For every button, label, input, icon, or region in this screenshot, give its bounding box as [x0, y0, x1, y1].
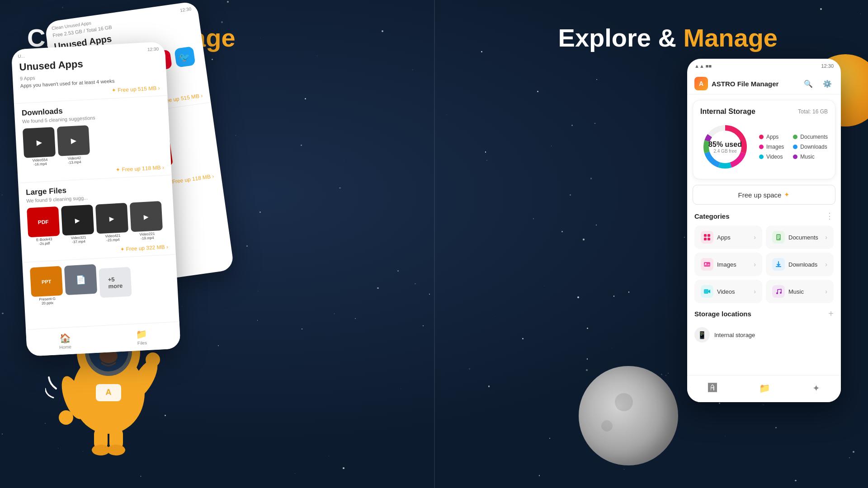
- fp-nav-files-label: Files: [137, 340, 147, 346]
- rp-nav-folder-icon: 📁: [759, 383, 770, 394]
- rp-nav-sparkle[interactable]: ✦: [812, 383, 820, 394]
- settings-icon[interactable]: ⚙️: [821, 77, 834, 90]
- donut-center: 85% used 2.4 GB free: [700, 122, 750, 172]
- legend-dl-label: Downloads: [800, 144, 827, 150]
- bp-time: 12:30: [180, 6, 192, 13]
- free-up-space-label: Free up space: [738, 191, 782, 199]
- fp-nav-files[interactable]: 📁 Files: [136, 328, 148, 346]
- svg-text:A: A: [106, 388, 112, 397]
- fp-status-left: U...: [18, 53, 25, 59]
- category-music-icon: [772, 285, 785, 298]
- legend-images-dot: [759, 145, 764, 149]
- rp-status-bar: ▲▲ ■■ 12:30: [687, 59, 841, 70]
- svg-point-14: [107, 445, 125, 455]
- legend-dl-dot: [793, 145, 797, 149]
- rp-nav-folder[interactable]: 📁: [759, 383, 770, 394]
- svg-point-35: [776, 292, 778, 294]
- category-images[interactable]: Images ›: [694, 253, 762, 276]
- legend-downloads: Downloads: [793, 144, 828, 150]
- storage-card: Internal Storage Total: 16 GB: [693, 100, 835, 179]
- category-images-chevron: ›: [754, 261, 756, 268]
- free-up-space-button[interactable]: Free up space ✦: [693, 185, 835, 205]
- legend-images-label: Images: [766, 144, 784, 150]
- legend-music-label: Music: [800, 154, 814, 160]
- category-videos[interactable]: Videos ›: [694, 280, 762, 303]
- rp-signal: ▲▲ ■■: [694, 63, 712, 69]
- search-icon[interactable]: 🔍: [802, 77, 815, 90]
- svg-point-10: [146, 352, 160, 367]
- category-apps-chevron: ›: [754, 234, 756, 241]
- fp-lf-1: PDF E-Book43-2s.pdf: [27, 206, 60, 247]
- rp-nav-sparkle-icon: ✦: [812, 383, 820, 394]
- fp-mf-2: 📄: [64, 264, 98, 305]
- storage-locations: Storage locations + 📱 Internal storage: [687, 305, 841, 348]
- categories-header: Categories ⋮: [694, 211, 834, 221]
- svg-rect-24: [708, 234, 710, 237]
- svg-rect-23: [704, 234, 707, 237]
- category-videos-left: Videos: [701, 285, 735, 298]
- legend-vid-label: Videos: [766, 154, 783, 160]
- fp-file-1: ▶ Video554-16.mp4: [23, 127, 56, 167]
- fp-mf-1: PPT Present-G20.pptx: [30, 266, 63, 306]
- legend-docs-dot: [793, 135, 797, 139]
- fp-lf-3: ▶ Video421-23.mp4: [95, 203, 129, 243]
- donut-chart: 85% used 2.4 GB free: [700, 122, 750, 172]
- svg-rect-34: [704, 289, 708, 294]
- right-phone: ▲▲ ■■ 12:30 A ASTRO File Manager 🔍 ⚙️ In…: [687, 59, 841, 402]
- legend-images: Images: [759, 144, 786, 150]
- internal-storage-name: Internal storage: [714, 332, 755, 338]
- add-storage-icon[interactable]: +: [828, 309, 834, 319]
- category-documents-icon: [772, 231, 785, 244]
- sparkle-icon: ✦: [784, 191, 790, 199]
- category-apps-left: Apps: [701, 231, 731, 244]
- category-dl-chevron: ›: [825, 261, 827, 268]
- rp-nav-astro[interactable]: 🅰: [708, 383, 717, 393]
- rp-header: A ASTRO File Manager 🔍 ⚙️: [687, 70, 841, 94]
- category-apps-name: Apps: [717, 234, 731, 241]
- fp-lf-2: ▶ Video321-37.mp4: [61, 205, 94, 245]
- svg-rect-26: [708, 238, 710, 240]
- legend-docs-label: Documents: [800, 134, 828, 140]
- legend-apps-label: Apps: [766, 134, 778, 140]
- category-downloads-left: Downloads: [772, 258, 817, 271]
- categories-title: Categories: [694, 212, 730, 220]
- storage-legend: Apps Documents Images Downloads Videos: [759, 134, 828, 160]
- category-videos-icon: [701, 285, 713, 298]
- storage-title: Internal Storage: [700, 108, 755, 116]
- internal-storage-item[interactable]: 📱 Internal storage: [694, 324, 834, 346]
- category-documents[interactable]: Documents ›: [766, 225, 834, 249]
- category-downloads-name: Downloads: [788, 261, 817, 268]
- fp-file-thumbnails: ▶ Video554-16.mp4 ▶ Video42-13.mp4: [15, 118, 171, 170]
- app-icon-twitter: 🐦: [174, 46, 195, 67]
- internal-storage-icon: 📱: [694, 327, 710, 343]
- category-apps[interactable]: Apps ›: [694, 225, 762, 249]
- fp-large-files: PDF E-Book43-2s.pdf ▶ Video321-37.mp4 ▶ …: [19, 198, 175, 250]
- category-images-name: Images: [717, 261, 736, 268]
- categories-section: Categories ⋮ Apps ›: [687, 207, 841, 305]
- legend-music-dot: [793, 155, 797, 159]
- rp-bottom-nav: 🅰 📁 ✦: [687, 375, 841, 402]
- category-music-left: Music: [772, 285, 804, 298]
- svg-rect-31: [704, 262, 710, 267]
- fp-lf-4: ▶ Video221-19.mp4: [130, 201, 163, 241]
- legend-apps-dot: [759, 135, 764, 139]
- storage-card-header: Internal Storage Total: 16 GB: [700, 108, 828, 116]
- rp-app-name: ASTRO File Manager: [712, 80, 802, 88]
- donut-percent: 85% used: [708, 141, 742, 149]
- category-music-chevron: ›: [825, 288, 827, 295]
- storage-total: Total: 16 GB: [798, 108, 828, 115]
- category-images-icon: [701, 258, 713, 271]
- legend-vid-dot: [759, 155, 764, 159]
- category-downloads-icon: [772, 258, 785, 271]
- svg-point-36: [780, 292, 782, 294]
- category-vid-chevron: ›: [754, 288, 756, 295]
- category-documents-left: Documents: [772, 231, 818, 244]
- fp-nav-home[interactable]: 🏠 Home: [59, 333, 72, 350]
- category-downloads[interactable]: Downloads ›: [766, 253, 834, 276]
- right-title-line1: Explore &: [558, 23, 676, 52]
- category-music[interactable]: Music ›: [766, 280, 834, 303]
- category-docs-chevron: ›: [825, 234, 827, 241]
- category-apps-icon: [701, 231, 713, 244]
- storage-loc-header: Storage locations +: [694, 309, 834, 319]
- categories-more-icon[interactable]: ⋮: [826, 211, 834, 221]
